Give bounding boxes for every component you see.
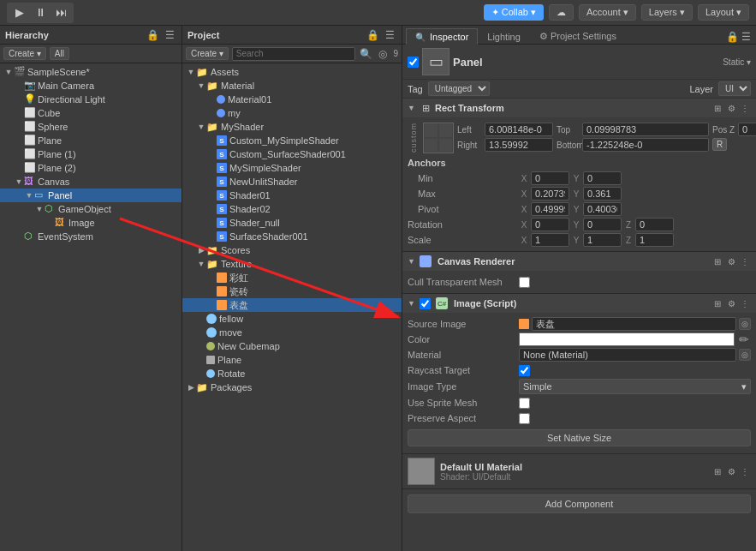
use-sprite-checkbox[interactable] <box>519 398 530 409</box>
project-item-rotate[interactable]: Rotate <box>182 367 402 380</box>
hierarchy-item-sphere[interactable]: ⬜ Sphere <box>0 120 182 134</box>
bottom-input[interactable] <box>582 138 709 152</box>
project-item-mysimpleshader[interactable]: S MySimpleShader <box>182 161 402 175</box>
hierarchy-item-gameobject[interactable]: ▼ ⬡ GameObject <box>0 202 182 216</box>
tab-inspector[interactable]: 🔍 Inspector <box>406 28 478 45</box>
layout-button[interactable]: Layout ▾ <box>698 4 749 21</box>
project-item-surface001[interactable]: S SurfaceShader001 <box>182 230 402 243</box>
project-create-button[interactable]: Create ▾ <box>186 47 229 60</box>
project-item-scores-folder[interactable]: ▶ 📁 Scores <box>182 243 402 257</box>
anchor-widget[interactable] <box>423 123 454 153</box>
min-x-input[interactable] <box>531 171 569 185</box>
canvas-renderer-more-btn[interactable]: ⋮ <box>739 255 751 267</box>
collab-button[interactable]: ✦ Collab ▾ <box>484 4 544 21</box>
raycast-checkbox[interactable] <box>519 365 530 376</box>
cloud-button[interactable]: ☁ <box>549 4 574 21</box>
step-button[interactable]: ⏭ <box>51 4 70 21</box>
image-script-ref-btn[interactable]: ⊞ <box>711 297 723 309</box>
project-item-shader02[interactable]: S Shader02 <box>182 202 402 216</box>
canvas-renderer-settings-btn[interactable]: ⚙ <box>725 255 737 267</box>
project-item-shader01[interactable]: S Shader01 <box>182 189 402 202</box>
source-image-pick-btn[interactable]: ◎ <box>739 318 751 330</box>
project-item-plane-mesh[interactable]: Plane <box>182 353 402 367</box>
color-swatch[interactable] <box>519 332 735 346</box>
rect-transform-settings-btn[interactable]: ⚙ <box>725 102 737 114</box>
right-input[interactable] <box>485 138 553 152</box>
add-component-button[interactable]: Add Component <box>408 494 751 513</box>
hierarchy-item-cube[interactable]: ⬜ Cube <box>0 106 182 120</box>
project-item-cubemap[interactable]: New Cubemap <box>182 339 402 353</box>
pivot-y-input[interactable] <box>583 202 622 216</box>
project-lock-button[interactable]: 🔒 <box>366 28 379 42</box>
posz-input[interactable] <box>738 123 756 136</box>
rot-y-input[interactable] <box>583 218 622 231</box>
project-item-cizhuan[interactable]: 瓷砖 <box>182 284 402 298</box>
project-item-packages[interactable]: ▶ 📁 Packages <box>182 380 402 394</box>
project-item-material01[interactable]: Material01 <box>182 93 402 106</box>
hierarchy-item-image[interactable]: 🖼 Image <box>0 216 182 230</box>
project-item-custom-simple[interactable]: S Custom_MySimpleShader <box>182 134 402 147</box>
hierarchy-item-canvas[interactable]: ▼ 🖼 Canvas <box>0 175 182 189</box>
min-y-input[interactable] <box>583 171 622 185</box>
account-button[interactable]: Account ▾ <box>579 4 636 21</box>
scale-x-input[interactable] <box>531 233 569 247</box>
pause-button[interactable]: ⏸ <box>31 4 50 21</box>
hierarchy-item-panel[interactable]: ▼ ▭ Panel <box>0 189 182 202</box>
project-item-fellow[interactable]: fellow <box>182 312 402 326</box>
rect-transform-more-btn[interactable]: ⋮ <box>739 102 751 114</box>
project-menu-button[interactable]: ☰ <box>383 28 396 42</box>
play-button[interactable]: ▶ <box>10 4 29 21</box>
image-script-enable-checkbox[interactable] <box>420 298 431 309</box>
hierarchy-item-plane1[interactable]: ⬜ Plane (1) <box>0 147 182 161</box>
hierarchy-menu-button[interactable]: ☰ <box>163 28 176 42</box>
hierarchy-lock-button[interactable]: 🔒 <box>146 28 159 42</box>
hierarchy-scene-root[interactable]: ▼ 🎬 SampleScene* <box>0 65 182 79</box>
set-native-size-button[interactable]: Set Native Size <box>408 429 751 446</box>
project-item-material-folder[interactable]: ▼ 📁 Material <box>182 79 402 93</box>
project-item-biaopan[interactable]: 表盘 <box>182 298 402 312</box>
image-script-settings-btn[interactable]: ⚙ <box>725 297 737 309</box>
inspector-menu-button[interactable]: ☰ <box>739 30 753 44</box>
material-more-btn[interactable]: ⋮ <box>739 465 751 477</box>
hierarchy-all-button[interactable]: All <box>50 47 69 60</box>
tab-lighting[interactable]: Lighting <box>478 28 530 45</box>
material-pick-btn[interactable]: ◎ <box>739 349 751 361</box>
pivot-x-input[interactable] <box>531 202 569 216</box>
hierarchy-item-main-camera[interactable]: 📷 Main Camera <box>0 79 182 93</box>
top-input[interactable] <box>582 123 709 136</box>
left-input[interactable] <box>485 123 553 136</box>
tag-select[interactable]: Untagged <box>428 81 490 96</box>
color-edit-btn[interactable]: ✏ <box>737 332 751 346</box>
material-settings-btn[interactable]: ⚙ <box>725 465 737 477</box>
project-search-icon[interactable]: 🔍 <box>359 47 372 61</box>
rot-z-input[interactable] <box>635 218 674 231</box>
project-item-assets[interactable]: ▼ 📁 Assets <box>182 65 402 79</box>
cull-checkbox[interactable] <box>519 277 530 288</box>
project-item-my[interactable]: my <box>182 106 402 120</box>
max-y-input[interactable] <box>583 187 622 201</box>
scale-z-input[interactable] <box>635 233 674 247</box>
max-x-input[interactable] <box>531 187 569 201</box>
hierarchy-item-plane2[interactable]: ⬜ Plane (2) <box>0 161 182 175</box>
rect-transform-header[interactable]: ▼ ⊞ Rect Transform ⊞ ⚙ ⋮ <box>402 99 756 117</box>
hierarchy-create-button[interactable]: Create ▾ <box>3 47 46 60</box>
canvas-renderer-ref-btn[interactable]: ⊞ <box>711 255 723 267</box>
project-search-input[interactable] <box>232 47 356 61</box>
hierarchy-item-directional-light[interactable]: 💡 Directional Light <box>0 93 182 106</box>
image-type-dropdown[interactable]: Simple ▾ <box>519 379 751 394</box>
material-input[interactable] <box>519 348 736 362</box>
material-ref-btn[interactable]: ⊞ <box>711 465 723 477</box>
static-dropdown[interactable]: Static ▾ <box>723 57 751 67</box>
source-image-input[interactable] <box>532 317 736 331</box>
project-item-texture-folder[interactable]: ▼ 📁 Texture <box>182 257 402 271</box>
project-item-move[interactable]: move <box>182 326 402 339</box>
project-item-caihong[interactable]: 彩虹 <box>182 271 402 284</box>
canvas-renderer-header[interactable]: ▼ Canvas Renderer ⊞ ⚙ ⋮ <box>402 252 756 271</box>
image-script-header[interactable]: ▼ C# Image (Script) ⊞ ⚙ ⋮ <box>402 294 756 313</box>
layer-select[interactable]: UI <box>718 81 751 96</box>
project-item-shader-null[interactable]: S Shader_null <box>182 216 402 230</box>
project-item-myshader-folder[interactable]: ▼ 📁 MyShader <box>182 120 402 134</box>
r-button[interactable]: R <box>712 138 727 151</box>
inspector-lock-button[interactable]: 🔒 <box>725 30 739 44</box>
scale-y-input[interactable] <box>583 233 622 247</box>
